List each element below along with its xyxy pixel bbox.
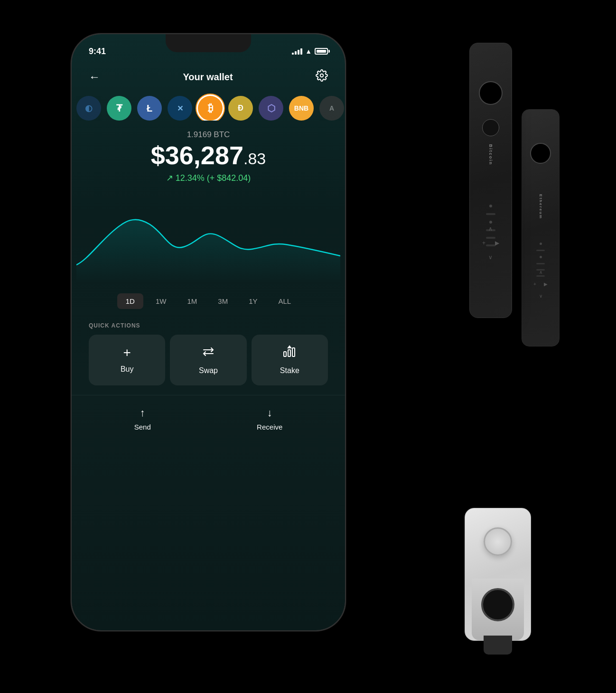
buy-button[interactable]: + Buy — [89, 335, 165, 385]
crypto-amount: 1.9169 BTC — [81, 130, 336, 140]
scene: 9:41 ▲ ← Your wallet — [47, 14, 569, 679]
crypto-coins-row[interactable]: ◐ ₮ Ł ✕ ₿ Ð ⬡ — [72, 84, 345, 121]
send-icon: ↑ — [140, 407, 145, 419]
phone-device: 9:41 ▲ ← Your wallet — [71, 33, 346, 631]
balance-section: 1.9169 BTC $36,287.83 ↗ 12.34% (+ $842.0… — [72, 121, 345, 183]
swap-label: Swap — [199, 366, 218, 375]
hw2-screen — [530, 143, 551, 164]
receive-icon: ↓ — [267, 407, 272, 419]
fiat-balance: $36,287.83 — [81, 142, 336, 168]
buy-label: Buy — [121, 365, 134, 374]
quick-actions-grid: + Buy Swap — [72, 335, 345, 385]
hardware-wallet-2: Ethereum ∧ + ▶ ∨ — [522, 109, 560, 346]
receive-label: Receive — [257, 423, 282, 431]
coin-eth[interactable]: ⬡ — [259, 96, 283, 121]
signal-icon — [292, 48, 302, 55]
time-filters: 1D 1W 1M 3M 1Y ALL — [72, 288, 345, 315]
coin-xrp[interactable]: ✕ — [168, 96, 192, 121]
hw2-text: Ethereum — [539, 194, 543, 219]
time-filter-1w[interactable]: 1W — [147, 293, 175, 309]
time-filter-1d[interactable]: 1D — [117, 293, 143, 309]
time-filter-1y[interactable]: 1Y — [240, 293, 266, 309]
coin-partial[interactable]: ◐ — [76, 96, 101, 121]
svg-rect-2 — [288, 350, 290, 356]
send-nav-item[interactable]: ↑ Send — [115, 407, 170, 431]
stake-label: Stake — [280, 366, 299, 375]
status-icons: ▲ — [292, 47, 328, 55]
hw3-circle-button — [481, 588, 514, 621]
app-header: ← Your wallet — [72, 61, 345, 84]
svg-rect-1 — [284, 352, 286, 356]
phone-screen: 9:41 ▲ ← Your wallet — [72, 34, 345, 630]
price-chart — [72, 183, 345, 288]
hw3-usb — [484, 636, 512, 655]
bottom-nav: ↑ Send ↓ Receive — [72, 395, 345, 440]
stake-icon — [283, 345, 296, 362]
wifi-icon: ▲ — [305, 47, 312, 55]
settings-button[interactable] — [316, 69, 328, 84]
swap-button[interactable]: Swap — [170, 335, 246, 385]
status-time: 9:41 — [89, 47, 106, 56]
quick-actions-label: QUICK ACTIONS — [72, 315, 345, 335]
hardware-wallet-1: Bitcoin ∧ + ▶ ∨ — [469, 43, 512, 318]
receive-nav-item[interactable]: ↓ Receive — [238, 407, 301, 431]
svg-rect-3 — [292, 348, 295, 356]
coin-ltc[interactable]: Ł — [137, 96, 162, 121]
back-button[interactable]: ← — [89, 70, 100, 84]
time-filter-all[interactable]: ALL — [270, 293, 300, 309]
coin-doge[interactable]: Ð — [228, 96, 253, 121]
balance-change: ↗ 12.34% (+ $842.04) — [81, 173, 336, 183]
hardware-wallet-3 — [465, 508, 531, 641]
time-filter-1m[interactable]: 1M — [178, 293, 205, 309]
svg-point-0 — [320, 74, 324, 77]
stake-button[interactable]: Stake — [252, 335, 328, 385]
phone-notch — [166, 34, 251, 52]
coin-btc[interactable]: ₿ — [198, 96, 223, 121]
page-title: Your wallet — [183, 72, 233, 83]
hw1-text: Bitcoin — [488, 144, 493, 166]
buy-icon: + — [123, 345, 131, 360]
battery-icon — [315, 48, 328, 55]
hw3-top-button — [484, 527, 512, 556]
hw1-button — [482, 119, 499, 136]
fiat-cents: .83 — [243, 150, 266, 168]
coin-algo[interactable]: A — [319, 96, 344, 121]
hw1-screen — [479, 81, 503, 105]
coin-bnb[interactable]: BNB — [289, 96, 314, 121]
send-label: Send — [134, 423, 151, 431]
coin-usdt[interactable]: ₮ — [107, 96, 131, 121]
time-filter-3m[interactable]: 3M — [209, 293, 236, 309]
fiat-main: $36,287 — [151, 141, 243, 169]
swap-icon — [202, 345, 215, 362]
